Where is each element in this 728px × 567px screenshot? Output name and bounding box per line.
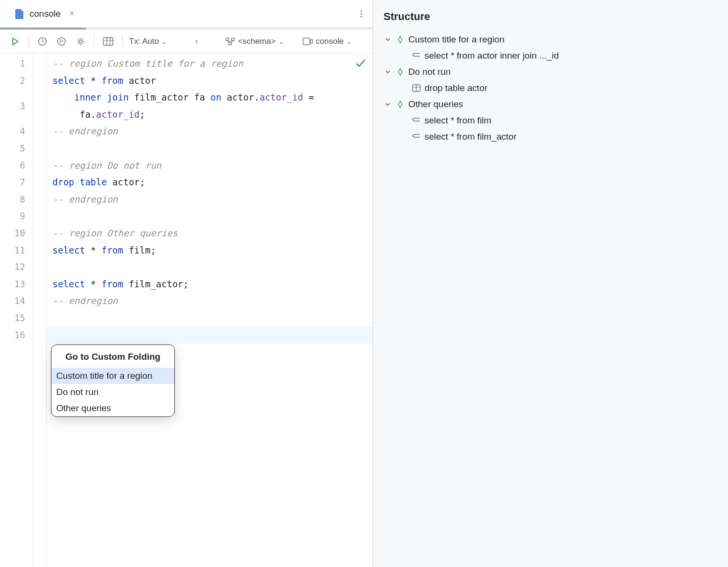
run-button[interactable] <box>9 35 22 48</box>
popup-item-region-1[interactable]: Custom title for a region <box>51 368 174 384</box>
sql-file-icon <box>14 9 25 19</box>
tree-region-2[interactable]: Do not run <box>384 64 718 80</box>
chevron-down-icon: ⌄ <box>279 38 284 45</box>
table-icon <box>412 84 421 92</box>
query-icon <box>412 132 421 141</box>
tab-bar: console × <box>0 0 373 28</box>
code-editor[interactable]: 1 2 3 4 5 6 7 8 9 10 11 12 13 14 15 16 -… <box>0 53 373 567</box>
go-to-folding-popup: Go to Custom Folding Custom title for a … <box>51 344 175 417</box>
line-gutter: 1 2 3 4 5 6 7 8 9 10 11 12 13 14 15 16 <box>0 53 33 567</box>
svg-rect-8 <box>303 38 310 45</box>
region-icon <box>396 35 404 44</box>
code-content[interactable]: -- region Custom title for a region sele… <box>47 53 373 567</box>
query-icon <box>412 116 421 125</box>
settings-icon[interactable] <box>74 35 87 48</box>
popup-item-region-3[interactable]: Other queries <box>51 400 174 416</box>
console-dropdown[interactable]: console ⌄ <box>303 37 353 46</box>
tree-label: select * from film_actor <box>425 132 516 142</box>
tree-region-1[interactable]: Custom title for a region <box>384 31 718 48</box>
tree-item-query[interactable]: select * from film_actor <box>384 129 718 145</box>
fold-gutter <box>33 53 47 567</box>
editor-pane: console × P Tx: Auto ⌄ <box>0 0 373 567</box>
console-label: console <box>316 37 344 46</box>
svg-rect-6 <box>232 38 234 40</box>
tree-label: Custom title for a region <box>408 34 505 45</box>
tree-label: Do not run <box>408 67 451 77</box>
tx-mode-dropdown[interactable]: Tx: Auto ⌄ <box>129 37 167 46</box>
svg-rect-7 <box>229 42 232 45</box>
chevron-down-icon: ⌄ <box>162 38 167 45</box>
svg-point-3 <box>79 40 82 43</box>
chevron-down-icon: ⌄ <box>346 38 352 45</box>
tree-region-3[interactable]: Other queries <box>384 96 718 112</box>
structure-tree: Custom title for a region select * from … <box>384 31 718 145</box>
tree-label: select * from film <box>425 115 491 126</box>
tree-label: Other queries <box>408 99 463 110</box>
structure-title: Structure <box>384 10 718 23</box>
structure-panel: Structure Custom title for a region sele… <box>373 0 728 567</box>
inspection-ok-icon[interactable] <box>355 58 366 69</box>
tab-actions <box>358 7 365 20</box>
tree-label: drop table actor <box>425 83 487 93</box>
chevron-down-icon[interactable] <box>384 35 392 44</box>
console-icon <box>303 38 313 45</box>
kebab-menu-icon[interactable] <box>358 7 365 20</box>
tree-item-query[interactable]: select * from actor inner join ..._id <box>384 48 718 64</box>
breadcrumb-chevron[interactable]: › <box>193 34 200 48</box>
popup-title: Go to Custom Folding <box>51 345 174 368</box>
table-view-icon[interactable] <box>101 35 115 48</box>
popup-item-region-2[interactable]: Do not run <box>51 384 174 400</box>
svg-rect-4 <box>103 38 113 45</box>
query-icon <box>412 51 421 60</box>
chevron-down-icon[interactable] <box>384 68 392 76</box>
playground-icon[interactable]: P <box>55 35 68 48</box>
history-icon[interactable] <box>36 35 49 48</box>
schema-label: <schema> <box>238 37 275 46</box>
region-icon <box>396 68 404 76</box>
tree-item-query[interactable]: select * from film <box>384 112 718 129</box>
toolbar: P Tx: Auto ⌄ › <schema> ⌄ <box>0 30 373 53</box>
chevron-down-icon[interactable] <box>384 100 392 109</box>
tab-title: console <box>30 9 61 19</box>
tree-label: select * from actor inner join ..._id <box>425 51 559 61</box>
svg-rect-9 <box>311 40 313 43</box>
tree-item-table[interactable]: drop table actor <box>384 80 718 96</box>
schema-dropdown[interactable]: <schema> ⌄ <box>225 37 284 46</box>
tx-mode-label: Tx: Auto <box>129 37 159 46</box>
close-icon[interactable]: × <box>70 9 75 19</box>
schema-icon <box>225 38 235 45</box>
svg-rect-5 <box>226 38 229 40</box>
region-icon <box>396 100 404 109</box>
tab-console[interactable]: console × <box>10 9 79 19</box>
svg-text:P: P <box>60 39 63 44</box>
